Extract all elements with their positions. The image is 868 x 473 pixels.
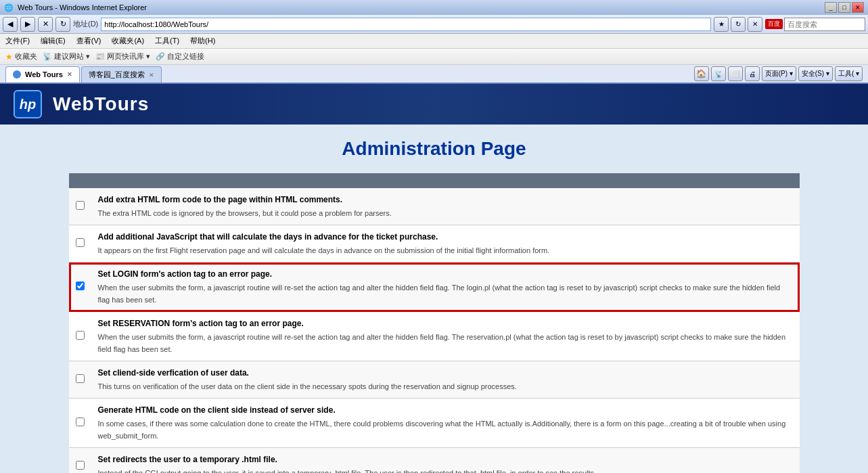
fav-news[interactable]: 📰 网页快讯库 ▾	[95, 51, 150, 62]
option-desc-opt1: The extra HTML code is ignored by the br…	[98, 209, 392, 217]
option-title-opt7: Set redirects the user to a temporary .h…	[98, 453, 793, 466]
checkbox-cell-opt6	[69, 399, 91, 448]
window-title: Web Tours - Windows Internet Explorer	[18, 3, 147, 12]
option-title-opt2: Add additional JavaScript that will calc…	[98, 231, 793, 243]
menu-edit[interactable]: 编辑(E)	[41, 36, 66, 46]
table-row: Add additional JavaScript that will calc…	[69, 225, 800, 263]
option-desc-opt2: It appears on the first Flight reservati…	[98, 246, 550, 254]
table-row: Set redirects the user to a temporary .h…	[69, 448, 800, 474]
rss-icon[interactable]: 📡	[711, 66, 726, 81]
option-title-opt1: Add extra HTML form code to the page wit…	[98, 194, 793, 206]
text-cell-opt2: Add additional JavaScript that will calc…	[91, 225, 800, 263]
table-row: Set RESERVATION form's action tag to an …	[69, 312, 800, 361]
checkbox-cell-opt4	[69, 312, 91, 361]
admin-table: Add extra HTML form code to the page wit…	[69, 173, 800, 473]
checkbox-opt2[interactable]	[76, 238, 85, 247]
content-area: Administration Page Add extra HTML form …	[0, 125, 868, 473]
menu-bar: 文件(F) 编辑(E) 查看(V) 收藏夹(A) 工具(T) 帮助(H)	[0, 34, 868, 49]
option-desc-opt3: When the user submits the form, a javasc…	[98, 284, 781, 304]
favorites-bar: ★ 收藏夹 📡 建议网站 ▾ 📰 网页快讯库 ▾ 🔗 自定义链接	[0, 49, 868, 65]
stop-icon[interactable]: ✕	[748, 17, 762, 32]
hp-header: hp WebTours	[0, 84, 868, 125]
tabs-bar: Web Tours ✕ 博客园_百度搜索 ✕ 🏠 📡 ⬜ 🖨 页面(P) ▾ 安…	[0, 65, 868, 84]
menu-tools[interactable]: 工具(T)	[155, 36, 179, 46]
menu-help[interactable]: 帮助(H)	[190, 36, 215, 46]
checkbox-cell-opt7	[69, 448, 91, 474]
option-title-opt6: Generate HTML code on the client side in…	[98, 404, 793, 416]
new-window-icon[interactable]: ⬜	[728, 66, 743, 81]
refresh-icon[interactable]: ↻	[731, 17, 746, 32]
checkbox-cell-opt3	[69, 263, 91, 312]
page-title: Administration Page	[14, 138, 854, 160]
checkbox-opt5[interactable]	[76, 374, 85, 383]
security-button[interactable]: 安全(S) ▾	[798, 66, 833, 81]
maximize-button[interactable]: □	[838, 2, 850, 13]
table-header	[69, 173, 800, 188]
forward-button[interactable]: ▶	[20, 17, 35, 32]
checkbox-cell-opt2	[69, 225, 91, 263]
baidu-logo: 百度	[765, 19, 783, 29]
fav-star-icon[interactable]: ★ 收藏夹	[5, 51, 37, 62]
menu-file[interactable]: 文件(F)	[5, 36, 30, 46]
ie-logo: 🌐	[4, 3, 14, 12]
option-title-opt3: Set LOGIN form's action tag to an error …	[98, 268, 793, 280]
search-box: 百度	[765, 18, 865, 31]
favorites-icon[interactable]: ★	[714, 17, 729, 32]
hp-logo: hp	[14, 90, 42, 118]
tab-close-webtours[interactable]: ✕	[67, 71, 72, 78]
menu-view[interactable]: 查看(V)	[76, 36, 101, 46]
table-row: Generate HTML code on the client side in…	[69, 399, 800, 448]
tools-button[interactable]: 工具( ▾	[835, 66, 863, 81]
table-row: Add extra HTML form code to the page wit…	[69, 188, 800, 225]
address-bar: 地址(D)	[73, 18, 711, 31]
option-desc-opt4: When the user submits the form, a javasc…	[98, 333, 786, 353]
site-title: WebTours	[53, 93, 149, 115]
option-title-opt5: Set cliend-side verfication of user data…	[98, 367, 793, 379]
fav-suggest[interactable]: 📡 建议网站 ▾	[43, 51, 90, 62]
tab-webtours-label: Web Tours	[25, 70, 63, 78]
option-desc-opt7: Instead of the CGI output going to the u…	[98, 469, 597, 473]
hp-logo-text: hp	[20, 97, 36, 112]
close-button[interactable]: ✕	[852, 2, 864, 13]
stop-button[interactable]: ✕	[38, 17, 53, 32]
text-cell-opt5: Set cliend-side verfication of user data…	[91, 361, 800, 399]
tab-baidu[interactable]: 博客园_百度搜索 ✕	[81, 66, 162, 83]
checkbox-opt3[interactable]	[76, 281, 85, 290]
print-icon[interactable]: 🖨	[745, 66, 760, 81]
checkbox-cell-opt5	[69, 361, 91, 399]
search-input[interactable]	[784, 18, 865, 31]
menu-favorites[interactable]: 收藏夹(A)	[112, 36, 144, 46]
table-row: Set cliend-side verfication of user data…	[69, 361, 800, 399]
tab-baidu-label: 博客园_百度搜索	[89, 70, 145, 80]
address-input[interactable]	[101, 18, 711, 31]
checkbox-cell-opt1	[69, 188, 91, 225]
checkbox-opt4[interactable]	[76, 331, 85, 340]
back-button[interactable]: ◀	[3, 17, 18, 32]
text-cell-opt3: Set LOGIN form's action tag to an error …	[91, 263, 800, 312]
option-title-opt4: Set RESERVATION form's action tag to an …	[98, 317, 793, 330]
checkbox-opt6[interactable]	[76, 418, 85, 426]
title-bar: 🌐 Web Tours - Windows Internet Explorer …	[0, 0, 868, 15]
text-cell-opt6: Generate HTML code on the client side in…	[91, 399, 800, 448]
tab-close-baidu[interactable]: ✕	[149, 72, 154, 78]
title-bar-left: 🌐 Web Tours - Windows Internet Explorer	[4, 3, 147, 12]
tab-webtours[interactable]: Web Tours ✕	[5, 66, 80, 83]
page-button[interactable]: 页面(P) ▾	[762, 66, 796, 81]
checkbox-opt7[interactable]	[76, 461, 85, 470]
fav-custom[interactable]: 🔗 自定义链接	[156, 51, 204, 62]
nav-icons: ★ ↻ ✕	[714, 17, 762, 32]
minimize-button[interactable]: _	[825, 2, 837, 13]
window-controls: _ □ ✕	[825, 2, 864, 13]
option-desc-opt5: This turns on verification of the user d…	[98, 382, 517, 390]
refresh-button[interactable]: ↻	[55, 17, 70, 32]
address-label: 地址(D)	[73, 19, 98, 29]
table-row: Set LOGIN form's action tag to an error …	[69, 263, 800, 312]
text-cell-opt7: Set redirects the user to a temporary .h…	[91, 448, 800, 474]
nav-bar: ◀ ▶ ✕ ↻ 地址(D) ★ ↻ ✕ 百度	[0, 15, 868, 34]
tab-globe-icon	[13, 70, 21, 78]
text-cell-opt1: Add extra HTML form code to the page wit…	[91, 188, 800, 225]
text-cell-opt4: Set RESERVATION form's action tag to an …	[91, 312, 800, 361]
checkbox-opt1[interactable]	[76, 201, 85, 210]
home-icon[interactable]: 🏠	[694, 66, 709, 81]
option-desc-opt6: In some cases, if there was some calcula…	[98, 420, 786, 440]
